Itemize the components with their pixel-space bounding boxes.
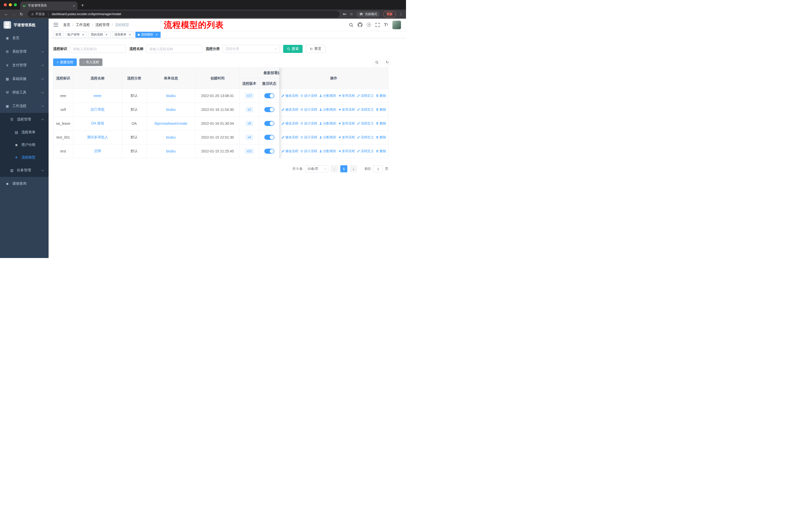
action-design[interactable]: 设计流程	[300, 121, 317, 126]
action-modify[interactable]: 修改流程	[282, 149, 298, 154]
close-window-button[interactable]	[4, 3, 7, 6]
app-logo[interactable]: 芋道管理系统	[0, 19, 49, 31]
action-publish[interactable]: 发布流程	[338, 93, 355, 98]
tag-process-form[interactable]: 流程表单×	[112, 32, 134, 38]
search-icon[interactable]	[349, 23, 353, 27]
form-info-link[interactable]: biubiu	[166, 149, 175, 153]
action-design[interactable]: 设计流程	[300, 107, 317, 112]
sidebar-item-process-management[interactable]: ☰流程管理	[0, 113, 49, 126]
address-bar[interactable]: ⚠ 不安全 | dashboard.yudao.iocoder.cn/bpm/m…	[28, 10, 340, 18]
action-definition[interactable]: 流程定义	[357, 121, 374, 126]
search-button[interactable]: 搜索	[283, 45, 302, 53]
minimize-window-button[interactable]	[9, 3, 12, 6]
action-publish[interactable]: 发布流程	[338, 135, 355, 140]
process-name-link[interactable]: 自己审批	[91, 107, 105, 111]
close-icon[interactable]: ×	[155, 33, 158, 36]
create-process-button[interactable]: + 新建流程	[53, 58, 77, 66]
action-publish[interactable]: 发布流程	[338, 149, 355, 154]
sidebar-item-leave-query[interactable]: ☻请假查询	[0, 177, 49, 190]
tab-close-icon[interactable]: ×	[73, 3, 75, 8]
action-publish[interactable]: 发布流程	[338, 107, 355, 112]
action-assign[interactable]: 分配规则	[319, 121, 336, 126]
browser-tab[interactable]: 芋道管理系统 ×	[20, 1, 78, 9]
action-modify[interactable]: 修改流程	[282, 107, 298, 112]
category-select[interactable]: 流程分类	[222, 45, 280, 53]
action-assign[interactable]: 分配规则	[319, 93, 336, 98]
sidebar-toggle-icon[interactable]	[54, 23, 58, 27]
form-info-link[interactable]: biubiu	[166, 135, 175, 139]
sidebar-item-devtools[interactable]: ⚒研发工具	[0, 86, 49, 99]
action-modify[interactable]: 修改流程	[282, 135, 298, 140]
tag-home[interactable]: 首页	[53, 32, 64, 38]
goto-page-input[interactable]	[373, 165, 383, 172]
sidebar-item-task-management[interactable]: ▥任务管理	[0, 164, 49, 177]
bookmark-star-icon[interactable]: ☆	[350, 12, 353, 17]
toggle-search-icon[interactable]	[374, 59, 380, 66]
active-toggle[interactable]	[264, 121, 274, 126]
reload-button[interactable]: ↻	[18, 12, 25, 17]
current-page-button[interactable]: 1	[340, 165, 347, 172]
process-name-input[interactable]	[146, 45, 202, 53]
close-icon[interactable]: ×	[105, 33, 108, 36]
prev-page-button[interactable]: ‹	[331, 165, 338, 172]
sidebar-item-user-group[interactable]: ☻用户分组	[0, 139, 49, 151]
next-page-button[interactable]: ›	[350, 165, 357, 172]
process-name-link[interactable]: 滔博	[94, 149, 101, 153]
action-definition[interactable]: 流程定义	[357, 93, 374, 98]
import-process-button[interactable]: ↑ 导入流程	[79, 58, 103, 66]
active-toggle[interactable]	[264, 148, 274, 154]
form-info-link[interactable]: biubiu	[166, 94, 175, 98]
active-toggle[interactable]	[264, 135, 274, 140]
action-modify[interactable]: 修改流程	[282, 93, 298, 98]
browser-menu-icon[interactable]: ⋮	[399, 12, 403, 17]
sidebar-item-process-form[interactable]: ▤流程表单	[0, 126, 49, 139]
new-tab-button[interactable]: +	[81, 2, 84, 8]
process-name-link[interactable]: OA 请假	[91, 121, 104, 125]
action-delete[interactable]: 删除	[376, 149, 386, 154]
action-delete[interactable]: 删除	[376, 121, 386, 126]
maximize-window-button[interactable]	[14, 3, 17, 6]
action-design[interactable]: 设计流程	[300, 135, 317, 140]
active-toggle[interactable]	[264, 93, 274, 98]
help-icon[interactable]: ?	[367, 23, 371, 27]
process-name-link[interactable]: eeee	[94, 94, 102, 98]
breadcrumb-item[interactable]: 流程管理	[95, 23, 110, 27]
action-definition[interactable]: 流程定义	[357, 107, 374, 112]
refresh-table-icon[interactable]: ↻	[384, 59, 390, 66]
back-button[interactable]: ←	[3, 12, 9, 17]
sidebar-item-home[interactable]: ◉首页	[0, 31, 49, 45]
fullscreen-icon[interactable]	[375, 23, 380, 27]
form-info-link[interactable]: /bpm/oa/leave/create	[154, 121, 187, 126]
action-assign[interactable]: 分配规则	[319, 135, 336, 140]
user-avatar[interactable]	[393, 21, 401, 29]
action-delete[interactable]: 删除	[376, 93, 386, 98]
font-size-icon[interactable]: TT	[384, 23, 388, 27]
github-icon[interactable]	[358, 22, 362, 27]
page-size-select[interactable]: 10条/页	[305, 165, 328, 172]
tag-tenant[interactable]: 租户管理×	[65, 32, 87, 38]
forward-button[interactable]: →	[10, 12, 17, 17]
action-delete[interactable]: 删除	[376, 135, 386, 140]
breadcrumb-item[interactable]: 首页	[63, 23, 70, 27]
sidebar-item-infrastructure[interactable]: ▦基础设施	[0, 72, 49, 86]
security-label[interactable]: 不安全	[35, 12, 45, 17]
browser-update-button[interactable]: 更新	[383, 11, 396, 18]
action-publish[interactable]: 发布流程	[338, 121, 355, 126]
reset-button[interactable]: ↻ 重置	[306, 45, 325, 53]
sidebar-item-payment[interactable]: ¥支付管理	[0, 58, 49, 72]
process-name-link[interactable]: 测试多审批人	[87, 135, 108, 139]
active-toggle[interactable]	[264, 107, 274, 112]
tag-process-model[interactable]: 流程模型×	[136, 32, 161, 38]
action-delete[interactable]: 删除	[376, 107, 386, 112]
action-definition[interactable]: 流程定义	[357, 149, 374, 154]
action-modify[interactable]: 修改流程	[282, 121, 298, 126]
action-assign[interactable]: 分配规则	[319, 107, 336, 112]
action-assign[interactable]: 分配规则	[319, 149, 336, 154]
action-design[interactable]: 设计流程	[300, 149, 317, 154]
breadcrumb-item[interactable]: 工作流程	[76, 23, 90, 27]
password-key-icon[interactable]	[343, 12, 347, 16]
form-info-link[interactable]: biubiu	[166, 108, 175, 112]
action-definition[interactable]: 流程定义	[357, 135, 374, 140]
tag-my-process[interactable]: 我的流程×	[89, 32, 111, 38]
sidebar-item-process-model[interactable]: ✈流程模型	[0, 151, 49, 164]
